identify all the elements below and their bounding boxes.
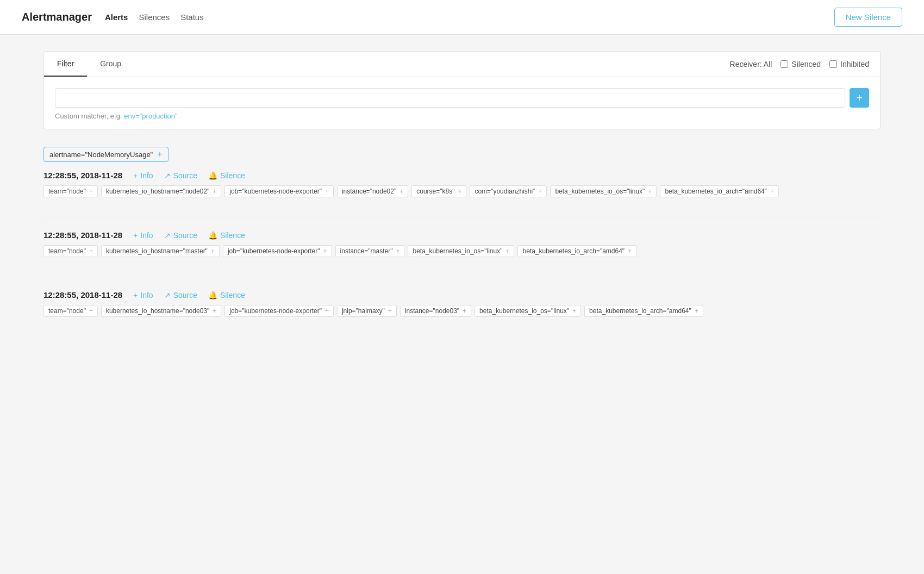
label-add-icon[interactable]: +	[695, 307, 698, 315]
label-add-icon[interactable]: +	[89, 188, 93, 195]
label-add-icon[interactable]: +	[325, 188, 329, 195]
filter-tabs-bar: Filter Group Receiver: All Silenced Inhi…	[44, 52, 880, 77]
alert-divider	[43, 277, 881, 277]
label-add-icon[interactable]: +	[396, 247, 399, 255]
label-tags: team="node"+kubernetes_io_hostname="mast…	[43, 245, 881, 257]
alert-item: 12:28:55, 2018-11-28+ Info↗ Source🔔 Sile…	[43, 230, 881, 257]
info-icon: +	[133, 231, 138, 240]
alert-timestamp: 12:28:55, 2018-11-28	[43, 171, 122, 180]
label-text: course="k8s"	[416, 188, 454, 195]
label-tag: beta_kubernetes_io_os="linux"+	[550, 185, 657, 197]
label-add-icon[interactable]: +	[323, 247, 327, 255]
label-tag: kubernetes_io_hostname="node02"+	[101, 185, 221, 197]
label-tag: jnlp="haimaxy"+	[337, 305, 397, 317]
label-add-icon[interactable]: +	[211, 247, 215, 255]
label-tags: team="node"+kubernetes_io_hostname="node…	[43, 305, 881, 317]
label-add-icon[interactable]: +	[648, 188, 652, 195]
nav-links: Alerts Silences Status	[105, 13, 204, 22]
inhibited-label: Inhibited	[840, 60, 869, 68]
silence-icon: 🔔	[208, 291, 217, 300]
app-title: Alertmanager	[22, 11, 92, 23]
alert-header: 12:28:55, 2018-11-28+ Info↗ Source🔔 Sile…	[43, 290, 881, 300]
alert-divider	[43, 217, 881, 217]
label-text: beta_kubernetes_io_arch="amd64"	[589, 307, 691, 315]
group-add-icon[interactable]: +	[157, 149, 162, 159]
filter-card: Filter Group Receiver: All Silenced Inhi…	[43, 51, 881, 129]
label-add-icon[interactable]: +	[458, 188, 461, 195]
alert-action-silence[interactable]: 🔔 Silence	[208, 231, 245, 240]
nav-silences[interactable]: Silences	[139, 13, 170, 22]
label-add-icon[interactable]: +	[538, 188, 542, 195]
nav-alerts[interactable]: Alerts	[105, 13, 128, 22]
label-text: team="node"	[48, 188, 86, 195]
label-add-icon[interactable]: +	[572, 307, 576, 315]
label-text: kubernetes_io_hostname="master"	[106, 247, 208, 255]
inhibited-checkbox[interactable]	[829, 60, 837, 68]
label-tags: team="node"+kubernetes_io_hostname="node…	[43, 185, 881, 197]
alert-action-silence[interactable]: 🔔 Silence	[208, 171, 245, 180]
alert-action-info[interactable]: + Info	[133, 231, 153, 240]
nav-status[interactable]: Status	[180, 13, 204, 22]
filter-input[interactable]	[55, 88, 845, 108]
group-name-tag: alertname="NodeMemoryUsage" +	[43, 147, 168, 162]
label-tag: course="k8s"+	[411, 185, 466, 197]
silenced-label: Silenced	[791, 60, 821, 68]
tab-filter[interactable]: Filter	[44, 52, 87, 77]
alert-action-info[interactable]: + Info	[133, 291, 153, 300]
info-icon: +	[133, 291, 138, 300]
tab-group[interactable]: Group	[87, 52, 134, 77]
silence-icon: 🔔	[208, 171, 217, 180]
label-tag: beta_kubernetes_io_os="linux"+	[475, 305, 581, 317]
silenced-checkbox-group[interactable]: Silenced	[781, 60, 821, 68]
label-text: jnlp="haimaxy"	[342, 307, 385, 315]
label-tag: beta_kubernetes_io_os="linux"+	[408, 245, 514, 257]
label-add-icon[interactable]: +	[325, 307, 329, 315]
label-add-icon[interactable]: +	[770, 188, 774, 195]
header-left: Alertmanager Alerts Silences Status	[22, 11, 204, 23]
alert-action-info[interactable]: + Info	[133, 171, 153, 180]
label-add-icon[interactable]: +	[213, 307, 216, 315]
filter-body: + Custom matcher, e.g. env="production"	[44, 77, 880, 129]
label-add-icon[interactable]: +	[463, 307, 466, 315]
label-tag: team="node"+	[43, 185, 98, 197]
label-add-icon[interactable]: +	[89, 307, 93, 315]
hint-example-link[interactable]: env="production"	[124, 112, 178, 120]
label-tag: kubernetes_io_hostname="node03"+	[101, 305, 221, 317]
alert-timestamp: 12:28:55, 2018-11-28	[43, 230, 122, 240]
alert-action-source[interactable]: ↗ Source	[164, 291, 197, 300]
label-add-icon[interactable]: +	[89, 247, 93, 255]
alert-action-source[interactable]: ↗ Source	[164, 231, 197, 240]
alert-action-silence[interactable]: 🔔 Silence	[208, 291, 245, 300]
label-add-icon[interactable]: +	[213, 188, 216, 195]
label-text: instance="node02"	[342, 188, 396, 195]
label-tag: team="node"+	[43, 245, 98, 257]
label-tag: job="kubernetes-node-exporter"+	[224, 185, 334, 197]
label-tag: instance="node02"+	[337, 185, 408, 197]
alert-item: 12:28:55, 2018-11-28+ Info↗ Source🔔 Sile…	[43, 171, 881, 197]
new-silence-button[interactable]: New Silence	[834, 8, 902, 27]
filter-add-button[interactable]: +	[850, 88, 869, 108]
label-text: beta_kubernetes_io_arch="amd64"	[522, 247, 625, 255]
group-name-label: alertname="NodeMemoryUsage"	[49, 151, 153, 159]
main-content: Filter Group Receiver: All Silenced Inhi…	[0, 35, 924, 353]
alert-action-source[interactable]: ↗ Source	[164, 171, 197, 180]
label-text: job="kubernetes-node-exporter"	[229, 188, 322, 195]
label-add-icon[interactable]: +	[388, 307, 392, 315]
alert-groups: alertname="NodeMemoryUsage" + 12:28:55, …	[43, 147, 881, 317]
receiver-label: Receiver: All	[730, 60, 772, 68]
inhibited-checkbox-group[interactable]: Inhibited	[829, 60, 869, 68]
label-add-icon[interactable]: +	[628, 247, 632, 255]
label-text: com="youdianzhishi"	[475, 188, 535, 195]
label-text: kubernetes_io_hostname="node03"	[106, 307, 209, 315]
label-add-icon[interactable]: +	[399, 188, 403, 195]
label-tag: beta_kubernetes_io_arch="amd64"+	[584, 305, 703, 317]
silenced-checkbox[interactable]	[781, 60, 788, 68]
alert-header: 12:28:55, 2018-11-28+ Info↗ Source🔔 Sile…	[43, 230, 881, 240]
label-tag: beta_kubernetes_io_arch="amd64"+	[660, 185, 779, 197]
info-icon: +	[133, 171, 138, 180]
label-add-icon[interactable]: +	[505, 247, 509, 255]
alert-item: 12:28:55, 2018-11-28+ Info↗ Source🔔 Sile…	[43, 290, 881, 317]
filter-tabs-left: Filter Group	[44, 52, 134, 77]
label-text: beta_kubernetes_io_arch="amd64"	[665, 188, 767, 195]
label-text: job="kubernetes-node-exporter"	[229, 307, 322, 315]
